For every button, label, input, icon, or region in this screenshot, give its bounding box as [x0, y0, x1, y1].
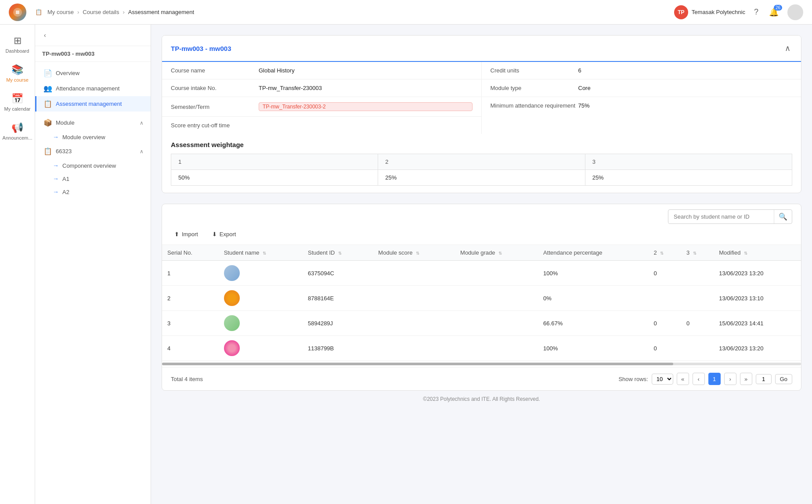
- sort-module-grade-icon[interactable]: ⇅: [498, 251, 502, 256]
- nav-component-overview-label: Component overview: [62, 162, 116, 169]
- module-expand-icon: ∧: [140, 120, 144, 126]
- profile-avatar[interactable]: [787, 4, 803, 20]
- sort-modified-icon[interactable]: ⇅: [744, 251, 747, 256]
- cell-serial: 3: [162, 311, 219, 336]
- import-button[interactable]: ⬆ Import: [171, 229, 202, 239]
- cell-module-grade: [455, 261, 538, 286]
- breadcrumb-my-course[interactable]: My course: [47, 9, 74, 15]
- module-info-right: Credit units 6 Module type Core Minimum …: [482, 62, 801, 134]
- student-avatar: [224, 340, 240, 356]
- import-label: Import: [182, 231, 198, 238]
- top-navigation: 📋 My course › Course details › Assessmen…: [0, 0, 812, 25]
- cell-student-name: [219, 336, 303, 361]
- page-1-button[interactable]: 1: [708, 373, 721, 385]
- footer: ©2023 Polytechnics and ITE. All Rights R…: [162, 391, 801, 407]
- my-course-icon: 📚: [11, 64, 23, 76]
- sort-student-name-icon[interactable]: ⇅: [263, 251, 266, 256]
- notifications-button[interactable]: 🔔 26: [767, 6, 780, 19]
- aw-val-2: 25%: [378, 170, 585, 186]
- aw-val-1: 50%: [171, 170, 378, 186]
- sidebar-label-my-course: My course: [6, 77, 29, 83]
- cell-attendance: 100%: [538, 261, 648, 286]
- nav-assessment[interactable]: 📋 Assessment management: [35, 96, 151, 112]
- col-attendance-pct: Attendance percentage: [538, 245, 648, 261]
- breadcrumb-course-details[interactable]: Course details: [83, 9, 119, 15]
- aw-col-3: 3: [585, 154, 792, 170]
- first-page-button[interactable]: «: [677, 373, 689, 385]
- cell-serial: 2: [162, 286, 219, 311]
- sidebar-label-announcements: Announcem...: [3, 135, 32, 140]
- cell-student-name: [219, 311, 303, 336]
- search-input[interactable]: [668, 211, 774, 223]
- label-module-type: Semester/Term: [171, 104, 259, 110]
- nav-66323[interactable]: 📋 66323 ∧: [35, 144, 151, 159]
- student-avatar: [224, 265, 240, 281]
- pagination-right: Show rows: 10 25 50 « ‹ 1 › » Go: [618, 373, 792, 385]
- cell-modified: 13/06/2023 13:20: [714, 336, 801, 361]
- module-card-body: Course name Global History Course intake…: [162, 62, 801, 193]
- badge-core: TP-mw_Transfer-230003-2: [259, 102, 473, 111]
- sort-col3-icon[interactable]: ⇅: [693, 251, 697, 256]
- collapse-second-sidebar[interactable]: ‹: [42, 30, 48, 40]
- sidebar-item-announcements[interactable]: 📢 Announcem...: [2, 119, 33, 144]
- info-module-type: Semester/Term TP-mw_Transfer-230003-2: [162, 97, 481, 117]
- table-scrollbar-thumb: [162, 363, 673, 365]
- value-credit-units: Core: [578, 85, 793, 91]
- sort-module-score-icon[interactable]: ⇅: [416, 251, 419, 256]
- search-box: 🔍: [668, 209, 792, 224]
- page-jump-input[interactable]: [756, 374, 772, 384]
- nav-overview[interactable]: 📄 Overview: [35, 65, 151, 81]
- 66323-expand-icon: ∧: [140, 148, 144, 155]
- breadcrumb-sep-1: ›: [77, 9, 79, 15]
- nav-module-section[interactable]: 📦 Module ∧: [35, 115, 151, 130]
- breadcrumb: 📋 My course › Course details › Assessmen…: [35, 9, 674, 15]
- info-score-cutoff: Score entry cut-off time: [162, 117, 481, 134]
- sidebar-item-my-course[interactable]: 📚 My course: [2, 61, 33, 86]
- sort-col2-icon[interactable]: ⇅: [660, 251, 664, 256]
- help-button[interactable]: ?: [752, 6, 760, 18]
- toolbar-left: ⬆ Import ⬇ Export: [171, 229, 239, 239]
- search-button[interactable]: 🔍: [774, 210, 792, 223]
- last-page-button[interactable]: »: [740, 373, 752, 385]
- student-avatar: [224, 315, 240, 331]
- total-items: Total 4 items: [171, 376, 203, 382]
- cell-attendance: 100%: [538, 336, 648, 361]
- export-button[interactable]: ⬇ Export: [209, 229, 240, 239]
- rows-per-page-select[interactable]: 10 25 50: [652, 374, 673, 385]
- cell-col2: [649, 286, 681, 311]
- sort-student-id-icon[interactable]: ⇅: [338, 251, 342, 256]
- table-scrollbar[interactable]: [162, 363, 801, 365]
- nav-assessment-label: Assessment management: [56, 101, 122, 107]
- module-info-left: Course name Global History Course intake…: [162, 62, 482, 134]
- prev-page-button[interactable]: ‹: [693, 373, 705, 385]
- main-content: TP-mw003 - mw003 ∧ Course name Global Hi…: [151, 25, 812, 504]
- student-cell: [224, 340, 297, 356]
- footer-text: ©2023 Polytechnics and ITE. All Rights R…: [423, 396, 540, 402]
- go-button[interactable]: Go: [775, 374, 792, 384]
- sidebar-item-dashboard[interactable]: ⊞ Dashboard: [2, 32, 33, 57]
- cell-student-id: 8788164E: [303, 286, 373, 311]
- nav-module-overview[interactable]: → Module overview: [35, 130, 151, 144]
- assessment-weightage-table: 1 2 3 50% 25% 25%: [171, 154, 792, 186]
- sidebar-item-my-calendar[interactable]: 📅 My calendar: [2, 90, 33, 115]
- institution-label: Temasak Polytechnic: [692, 9, 745, 15]
- nav-a1[interactable]: → A1: [35, 172, 151, 185]
- collapse-module-card[interactable]: ∧: [783, 42, 792, 55]
- value-semester-term: TP-mw_Transfer-230003: [259, 85, 473, 91]
- cell-col3: [681, 336, 714, 361]
- module-code: TP-mw003 - mw003: [35, 46, 151, 62]
- cell-attendance: 0%: [538, 286, 648, 311]
- col-student-id: Student ID ⇅: [303, 245, 373, 261]
- info-course-name: Course name Global History: [162, 62, 481, 79]
- cell-attendance: 66.67%: [538, 311, 648, 336]
- value-course-name: Global History: [259, 67, 473, 74]
- pagination: Total 4 items Show rows: 10 25 50 « ‹ 1 …: [162, 367, 801, 390]
- assessment-weightage-section: Assessment weightage 1 2 3 50%: [162, 134, 801, 193]
- nav-attendance[interactable]: 👥 Attendance management: [35, 81, 151, 96]
- module-card-header: TP-mw003 - mw003 ∧: [162, 36, 801, 62]
- next-page-button[interactable]: ›: [724, 373, 736, 385]
- nav-component-overview[interactable]: → Component overview: [35, 159, 151, 172]
- search-bar-row: 🔍: [162, 204, 801, 224]
- nav-a2[interactable]: → A2: [35, 185, 151, 198]
- institution-name: TP Temasak Polytechnic: [674, 5, 745, 19]
